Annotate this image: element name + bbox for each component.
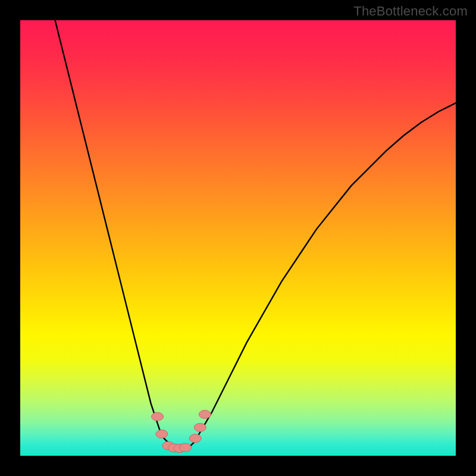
marker-left-lower [156, 430, 168, 438]
marker-left-upper [152, 412, 164, 421]
curve-svg [20, 20, 456, 456]
marker-right-lower [189, 434, 201, 443]
marker-right-upper [199, 410, 211, 418]
marker-right-mid [194, 423, 206, 431]
chart-frame: TheBottleneck.com [0, 0, 476, 476]
plot-area [20, 20, 456, 456]
bottleneck-curve [55, 20, 456, 449]
marker-group [152, 410, 211, 452]
marker-bottom-4 [179, 443, 191, 452]
watermark-text: TheBottleneck.com [353, 4, 468, 19]
